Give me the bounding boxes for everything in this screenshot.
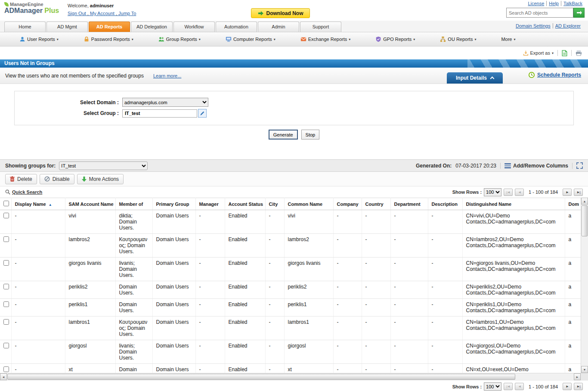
tab-ad-reports[interactable]: AD Reports (89, 22, 130, 32)
more-actions-button[interactable]: More Actions (77, 174, 124, 184)
prev-page-button[interactable]: ◄ (515, 383, 524, 390)
col-common-name[interactable]: Common Name (284, 198, 333, 210)
tab-home[interactable]: Home (4, 22, 46, 32)
last-page-button[interactable]: ►| (574, 383, 583, 390)
col-account-status[interactable]: Account Status (225, 198, 265, 210)
cell-department: - (390, 299, 428, 317)
search-go-button[interactable] (573, 8, 585, 18)
menu-exchange-reports[interactable]: Exchange Reports ▾ (300, 36, 351, 42)
export-as-button[interactable]: Export as ▾ (523, 50, 554, 56)
domain-select[interactable]: admanagerplus.com (122, 98, 208, 107)
delete-button[interactable]: Delete (5, 174, 37, 184)
col-domain[interactable]: Dom (565, 198, 581, 210)
input-details-panel: Select Domain : admanagerplus.com Select… (14, 91, 574, 125)
menu-group-reports[interactable]: Group Reports ▾ (158, 36, 201, 42)
tab-automation[interactable]: Automation (216, 22, 257, 32)
col-country[interactable]: Country (362, 198, 390, 210)
col-description[interactable]: Description (428, 198, 462, 210)
my-account-link[interactable]: My Account (90, 11, 118, 16)
col-manager[interactable]: Manager (195, 198, 225, 210)
tab-workflow[interactable]: Workflow (173, 22, 215, 32)
print-icon[interactable] (576, 50, 582, 56)
cell-city: - (265, 234, 284, 258)
learn-more-link[interactable]: Learn more... (153, 73, 181, 78)
first-page-button[interactable]: |◄ (504, 383, 513, 390)
menu-label: GPO Reports (383, 37, 412, 42)
save-report-icon[interactable] (562, 50, 567, 56)
cell-member-of: Κουτρουμανος; Domain Users. (115, 317, 152, 340)
row-checkbox[interactable] (3, 319, 9, 325)
quick-search-link[interactable]: Quick Search (5, 189, 42, 195)
vertical-scroll-thumb[interactable] (582, 205, 588, 236)
col-primary-group[interactable]: Primary Group (152, 198, 195, 210)
expand-view-button[interactable] (576, 162, 583, 169)
tab-admin[interactable]: Admin (258, 22, 299, 32)
computer-reports-icon (226, 36, 232, 42)
add-remove-columns-button[interactable]: Add/Remove Columns (504, 163, 568, 169)
menu-ou-reports[interactable]: OU Reports ▾ (440, 36, 476, 42)
stop-button[interactable]: Stop (301, 130, 320, 140)
input-details-toggle[interactable]: Input Details (447, 72, 503, 84)
scroll-left-button[interactable]: ◄ (0, 373, 7, 380)
scroll-right-button[interactable]: ► (574, 373, 581, 380)
menu-more[interactable]: More ▾ (501, 37, 515, 42)
group-reports-icon (158, 36, 164, 42)
sign-out-link[interactable]: Sign Out (68, 11, 90, 16)
col-company[interactable]: Company (333, 198, 362, 210)
col-display-name[interactable]: Display Name ▲ (11, 198, 65, 210)
row-checkbox[interactable] (3, 301, 9, 307)
select-all-checkbox[interactable] (3, 201, 9, 206)
schedule-reports-link[interactable]: Schedule Reports (528, 71, 581, 78)
ad-explorer-link[interactable]: AD Explorer (553, 23, 583, 28)
col-department[interactable]: Department (390, 198, 428, 210)
scroll-down-button[interactable]: ▼ (581, 366, 588, 373)
talkback-link[interactable]: TalkBack (561, 1, 585, 6)
group-input[interactable] (122, 109, 197, 118)
showing-group-select[interactable]: IT_test (59, 161, 148, 170)
disable-button[interactable]: Disable (40, 174, 74, 184)
col-city[interactable]: City (265, 198, 284, 210)
menu-computer-reports[interactable]: Computer Reports ▾ (226, 36, 275, 42)
license-link[interactable]: License (526, 1, 546, 6)
next-page-button[interactable]: ► (563, 189, 572, 196)
cell-sam-account-name: vivi (65, 210, 115, 234)
last-page-button[interactable]: ►| (574, 189, 583, 196)
menu-password-reports[interactable]: Password Reports ▾ (84, 36, 133, 42)
domain-settings-link[interactable]: Domain Settings (514, 23, 553, 28)
cell-common-name: lambros1 (284, 317, 333, 340)
download-now-button[interactable]: Download Now (251, 8, 310, 18)
help-link[interactable]: Help (546, 1, 561, 6)
caret-down-icon: ▾ (199, 37, 201, 41)
show-rows-select[interactable]: 100 (484, 382, 501, 391)
row-checkbox[interactable] (3, 366, 9, 372)
menu-user-reports[interactable]: User Reports ▾ (19, 36, 59, 42)
row-checkbox[interactable] (3, 284, 9, 289)
prev-page-button[interactable]: ◄ (515, 189, 524, 196)
disable-icon (44, 176, 50, 182)
col-sam-account-name[interactable]: SAM Account Name (65, 198, 115, 210)
next-page-button[interactable]: ► (563, 383, 572, 390)
row-checkbox[interactable] (3, 343, 9, 348)
tab-support[interactable]: Support (300, 22, 341, 32)
row-checkbox[interactable] (3, 236, 9, 242)
ad-object-search-input[interactable] (506, 8, 573, 18)
cell-manager: - (195, 317, 225, 340)
horizontal-scroll-thumb[interactable] (7, 374, 515, 380)
menu-gpo-reports[interactable]: GPO Reports ▾ (375, 36, 415, 42)
vertical-scrollbar[interactable]: ▲ ▼ (581, 198, 588, 373)
col-distinguished-name[interactable]: Distinguished Name (462, 198, 565, 210)
tab-ad-mgmt[interactable]: AD Mgmt (46, 22, 88, 32)
generate-button[interactable]: Generate (269, 130, 298, 140)
scroll-up-button[interactable]: ▲ (581, 198, 588, 205)
show-rows-select[interactable]: 100 (484, 188, 501, 196)
tab-ad-delegation[interactable]: AD Delegation (131, 22, 173, 32)
row-checkbox[interactable] (3, 213, 9, 218)
divider (557, 50, 558, 56)
row-checkbox[interactable] (3, 260, 9, 266)
cell-company: - (333, 210, 362, 234)
jump-to-link[interactable]: Jump To (118, 11, 136, 16)
first-page-button[interactable]: |◄ (504, 189, 513, 196)
edit-group-button[interactable] (198, 109, 207, 118)
col-member-of[interactable]: Member of (115, 198, 152, 210)
horizontal-scrollbar[interactable]: ◄ ► (0, 373, 588, 380)
